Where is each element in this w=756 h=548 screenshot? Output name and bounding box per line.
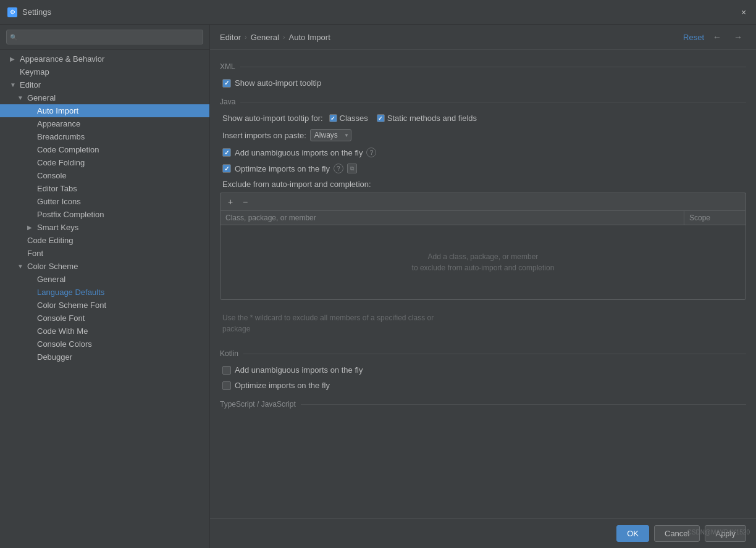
kotlin-section-label: Kotlin xyxy=(220,349,238,358)
optimize-checkbox[interactable] xyxy=(222,164,231,173)
sidebar-item-appearance[interactable]: Appearance xyxy=(0,117,209,130)
search-input[interactable] xyxy=(6,30,203,44)
sidebar-item-label: Appearance & Behavior xyxy=(20,54,104,64)
table-body: Add a class, package, or member to exclu… xyxy=(220,225,746,299)
sidebar-item-code-completion[interactable]: Code Completion xyxy=(0,143,209,156)
sidebar-item-gutter-icons[interactable]: Gutter Icons xyxy=(0,195,209,208)
insert-imports-row: Insert imports on paste: Always Ask Neve… xyxy=(220,129,746,141)
sidebar-item-language-defaults[interactable]: Language Defaults xyxy=(0,286,209,299)
table-toolbar: + − xyxy=(220,193,746,210)
exclude-label: Exclude from auto-import and completion: xyxy=(220,180,746,189)
forward-button[interactable]: → xyxy=(730,31,746,43)
sidebar-item-auto-import[interactable]: Auto Import xyxy=(0,104,209,117)
sidebar-item-cs-general[interactable]: General xyxy=(0,273,209,286)
insert-select-wrapper: Always Ask Never xyxy=(310,129,351,141)
xml-tooltip-checkbox[interactable] xyxy=(222,79,231,88)
exclude-table: Class, package, or member Scope Add a cl… xyxy=(220,210,746,300)
sidebar-item-breadcrumbs[interactable]: Breadcrumbs xyxy=(0,130,209,143)
optimize-help-icon[interactable]: ? xyxy=(334,164,343,173)
close-button[interactable]: × xyxy=(739,7,749,17)
sidebar-item-editor-tabs[interactable]: Editor Tabs xyxy=(0,182,209,195)
sidebar-item-label: Breadcrumbs xyxy=(37,132,85,141)
sidebar-item-console[interactable]: Console xyxy=(0,169,209,182)
sidebar-item-label: Code Folding xyxy=(37,158,85,167)
breadcrumb-general: General xyxy=(251,33,279,42)
sidebar-item-code-with-me[interactable]: Code With Me xyxy=(0,325,209,338)
back-button[interactable]: ← xyxy=(709,31,725,43)
sidebar-item-label: Console Font xyxy=(37,313,85,323)
sidebar-item-label: General xyxy=(27,93,56,102)
add-exclude-button[interactable]: + xyxy=(224,196,237,208)
typescript-section-block: TypeScript / JavaScript xyxy=(220,400,746,409)
optimize-copy-icon[interactable]: ⧉ xyxy=(347,164,357,173)
sidebar-item-font[interactable]: Font xyxy=(0,247,209,260)
sidebar-item-console-colors[interactable]: Console Colors xyxy=(0,338,209,351)
java-static-label: Static methods and fields xyxy=(387,114,477,123)
insert-imports-label: Insert imports on paste: xyxy=(222,131,306,140)
kotlin-section-line xyxy=(243,354,746,354)
ok-button[interactable]: OK xyxy=(616,525,649,542)
kotlin-optimize-checkbox[interactable] xyxy=(222,381,231,390)
watermark: CSDN@MAYDAY1520 xyxy=(687,529,750,536)
java-classes-label: Classes xyxy=(340,114,368,123)
java-classes-checkbox[interactable] xyxy=(329,114,337,122)
typescript-section-line xyxy=(301,404,746,405)
xml-section-line xyxy=(240,67,746,67)
table-col-class: Class, package, or member xyxy=(220,211,684,225)
kotlin-optimize-wrapper[interactable]: Optimize imports on the fly xyxy=(222,381,330,390)
expand-arrow: ▼ xyxy=(17,263,25,270)
sidebar-item-code-folding[interactable]: Code Folding xyxy=(0,156,209,169)
sidebar-item-label: Editor Tabs xyxy=(37,184,77,193)
add-unambiguous-checkbox[interactable] xyxy=(222,148,231,157)
sidebar-item-editor[interactable]: ▼ Editor xyxy=(0,78,209,91)
main-content: ▶ Appearance & Behavior Keymap ▼ Editor … xyxy=(0,25,756,548)
kotlin-add-wrapper[interactable]: Add unambiguous imports on the fly xyxy=(222,365,363,375)
sidebar-item-color-scheme[interactable]: ▼ Color Scheme xyxy=(0,260,209,273)
sidebar-item-postfix-completion[interactable]: Postfix Completion xyxy=(0,208,209,221)
breadcrumb: Editor › General › Auto Import xyxy=(220,33,330,42)
window-title: Settings xyxy=(22,7,739,17)
sidebar-item-keymap[interactable]: Keymap xyxy=(0,65,209,78)
table-header: Class, package, or member Scope xyxy=(220,211,746,225)
kotlin-add-checkbox[interactable] xyxy=(222,366,231,375)
titlebar: ⚙ Settings × xyxy=(0,0,756,25)
sidebar-item-debugger[interactable]: Debugger xyxy=(0,351,209,363)
sidebar-item-general[interactable]: ▼ General xyxy=(0,91,209,104)
java-static-checkbox-wrapper: Static methods and fields xyxy=(377,114,477,123)
sidebar-item-appearance-behavior[interactable]: ▶ Appearance & Behavior xyxy=(0,52,209,65)
xml-tooltip-checkbox-wrapper[interactable]: Show auto-import tooltip xyxy=(222,78,321,88)
optimize-wrapper[interactable]: Optimize imports on the fly xyxy=(222,164,330,173)
java-section-block: Java Show auto-import tooltip for: Class… xyxy=(220,98,746,339)
sidebar-item-label: Language Defaults xyxy=(37,288,104,297)
sidebar-item-console-font[interactable]: Console Font xyxy=(0,312,209,325)
insert-select[interactable]: Always Ask Never xyxy=(310,129,351,141)
sidebar-item-label: Color Scheme xyxy=(27,262,78,271)
kotlin-optimize-row: Optimize imports on the fly xyxy=(220,381,746,390)
java-static-checkbox[interactable] xyxy=(377,114,385,122)
content-header: Editor › General › Auto Import Reset ← → xyxy=(210,25,756,50)
remove-exclude-button[interactable]: − xyxy=(239,196,251,208)
expand-arrow: ▶ xyxy=(10,56,17,62)
add-unambiguous-label: Add unambiguous imports on the fly xyxy=(235,148,363,157)
sidebar-item-color-scheme-font[interactable]: Color Scheme Font xyxy=(0,299,209,312)
sidebar-item-label: General xyxy=(37,275,65,284)
exclude-section: Exclude from auto-import and completion:… xyxy=(220,180,746,300)
typescript-section-header: TypeScript / JavaScript xyxy=(220,400,746,409)
sidebar-item-code-editing[interactable]: Code Editing xyxy=(0,234,209,247)
sidebar-item-label: Auto Import xyxy=(37,106,78,115)
breadcrumb-editor: Editor xyxy=(220,33,241,42)
optimize-label: Optimize imports on the fly xyxy=(235,164,330,173)
app-icon: ⚙ xyxy=(7,7,17,17)
sidebar-item-smart-keys[interactable]: ▶ Smart Keys xyxy=(0,221,209,234)
reset-button[interactable]: Reset xyxy=(683,33,704,42)
sidebar-item-label: Code Completion xyxy=(37,145,99,154)
hint-text: Use the * wildcard to exclude all member… xyxy=(220,307,746,339)
xml-section-label: XML xyxy=(220,62,235,71)
kotlin-section-block: Kotlin Add unambiguous imports on the fl… xyxy=(220,349,746,390)
add-unambiguous-row: Add unambiguous imports on the fly ? xyxy=(220,147,746,157)
add-unambiguous-wrapper[interactable]: Add unambiguous imports on the fly xyxy=(222,148,363,157)
xml-section-block: XML Show auto-import tooltip xyxy=(220,62,746,88)
add-unambiguous-help-icon[interactable]: ? xyxy=(366,147,376,157)
sidebar-item-label: Debugger xyxy=(37,352,72,362)
breadcrumb-auto-import: Auto Import xyxy=(289,33,330,42)
